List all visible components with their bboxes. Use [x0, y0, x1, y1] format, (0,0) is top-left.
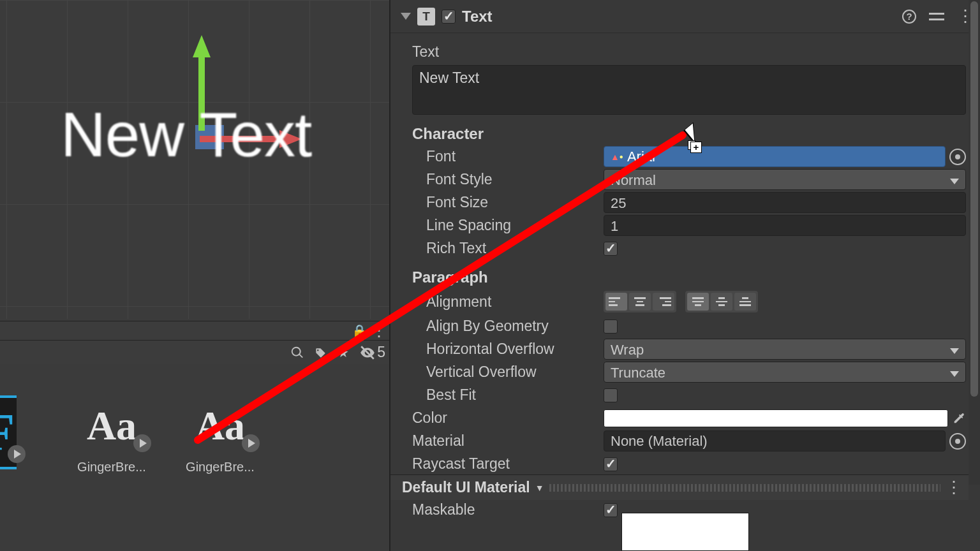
- label-icon[interactable]: [313, 346, 327, 360]
- font-asset-icon: Aa: [82, 395, 142, 456]
- material-object-field[interactable]: None (Material): [604, 430, 946, 452]
- default-material-label: Default UI Material: [402, 479, 530, 496]
- align-top-button[interactable]: [687, 293, 709, 311]
- asset-item[interactable]: F: [0, 395, 45, 474]
- component-title: Text: [462, 8, 493, 26]
- object-picker-icon[interactable]: [949, 433, 966, 450]
- object-picker-icon[interactable]: [949, 149, 966, 165]
- foldout-icon[interactable]: [401, 13, 411, 20]
- align-middle-button[interactable]: [711, 293, 732, 311]
- text-input-area[interactable]: New Text: [412, 65, 966, 115]
- font-style-value: Normal: [611, 172, 656, 188]
- font-size-label: Font Size: [412, 194, 604, 211]
- align-geometry-checkbox[interactable]: [604, 320, 618, 334]
- align-geometry-label: Align By Geometry: [412, 318, 604, 335]
- play-overlay-icon: [8, 445, 26, 463]
- project-panel-topbar: 🔒 ⋮: [0, 321, 389, 340]
- maskable-label: Maskable: [412, 501, 604, 518]
- font-style-dropdown[interactable]: Normal: [604, 169, 966, 190]
- material-preview: [621, 513, 749, 551]
- scrollbar[interactable]: [969, 0, 980, 485]
- font-object-field[interactable]: ▲ ● Arial: [604, 146, 946, 167]
- alignment-label: Alignment: [412, 293, 604, 311]
- lock-icon[interactable]: 🔒: [352, 324, 366, 338]
- rich-text-label: Rich Text: [412, 240, 604, 257]
- kebab-icon[interactable]: ⋮: [371, 324, 385, 338]
- text-component-icon: T: [417, 8, 435, 26]
- horizontal-align-group: [604, 291, 676, 312]
- align-center-button[interactable]: [629, 293, 651, 311]
- raycast-target-checkbox[interactable]: [604, 457, 618, 471]
- align-bottom-button[interactable]: [734, 293, 756, 311]
- font-value: Arial: [627, 149, 655, 165]
- material-footer[interactable]: Default UI Material ▼ ⋮: [390, 474, 969, 500]
- align-right-button[interactable]: [653, 293, 674, 311]
- material-value: None (Material): [611, 433, 708, 450]
- section-paragraph: Paragraph: [412, 268, 966, 286]
- project-search-bar: ★ 5: [0, 340, 389, 364]
- v-overflow-label: Vertical Overflow: [412, 364, 604, 381]
- filter-icon[interactable]: [290, 346, 304, 360]
- hidden-count[interactable]: 5: [359, 344, 385, 361]
- play-overlay-icon: [242, 434, 260, 452]
- font-size-input[interactable]: 25: [604, 192, 966, 213]
- drag-plus-icon: +: [690, 142, 702, 153]
- h-overflow-label: Horizontal Overflow: [412, 341, 604, 358]
- star-icon[interactable]: ★: [336, 346, 350, 360]
- raycast-target-label: Raycast Target: [412, 455, 604, 473]
- color-swatch[interactable]: [604, 409, 948, 427]
- asset-item[interactable]: Aa GingerBre...: [179, 395, 262, 474]
- scene-text-object[interactable]: New Text: [61, 99, 311, 171]
- v-overflow-value: Truncate: [611, 365, 665, 381]
- h-overflow-value: Wrap: [611, 342, 644, 358]
- component-enabled-checkbox[interactable]: [442, 10, 456, 24]
- font-label: Font: [412, 148, 604, 165]
- asset-label: GingerBre...: [186, 460, 255, 474]
- color-label: Color: [412, 409, 604, 427]
- eyedropper-icon[interactable]: [952, 411, 966, 425]
- play-overlay-icon: [133, 434, 151, 452]
- scene-view[interactable]: New Text: [0, 0, 389, 319]
- line-spacing-input[interactable]: 1: [604, 215, 966, 236]
- align-left-button[interactable]: [605, 293, 627, 311]
- best-fit-label: Best Fit: [412, 386, 604, 404]
- line-spacing-label: Line Spacing: [412, 217, 604, 234]
- font-style-label: Font Style: [412, 171, 604, 188]
- v-overflow-dropdown[interactable]: Truncate: [604, 362, 966, 383]
- hidden-count-label: 5: [377, 344, 385, 361]
- help-icon[interactable]: ?: [902, 10, 916, 24]
- component-header[interactable]: T Text ? ⋮: [390, 0, 980, 33]
- best-fit-checkbox[interactable]: [604, 388, 618, 402]
- font-asset-icon: F: [0, 395, 17, 469]
- inspector-panel: T Text ? ⋮ Text New Text Character Font …: [389, 0, 980, 551]
- presets-icon[interactable]: [929, 11, 944, 22]
- font-asset-icon: Aa: [190, 395, 251, 456]
- kebab-icon[interactable]: ⋮: [946, 478, 961, 497]
- asset-grid: F Aa GingerBre... Aa GingerBre...: [0, 395, 389, 474]
- vertical-align-group: [685, 291, 758, 312]
- rich-text-checkbox[interactable]: [604, 242, 618, 256]
- material-stripe: [549, 484, 940, 492]
- asset-label: GingerBre...: [77, 460, 146, 474]
- h-overflow-dropdown[interactable]: Wrap: [604, 339, 966, 360]
- text-property-label: Text: [412, 43, 604, 61]
- material-label: Material: [412, 432, 604, 450]
- font-glyph: Aa: [87, 402, 137, 450]
- maskable-checkbox[interactable]: [604, 503, 618, 517]
- asset-item[interactable]: Aa GingerBre...: [70, 395, 153, 474]
- font-glyph: Aa: [195, 402, 245, 450]
